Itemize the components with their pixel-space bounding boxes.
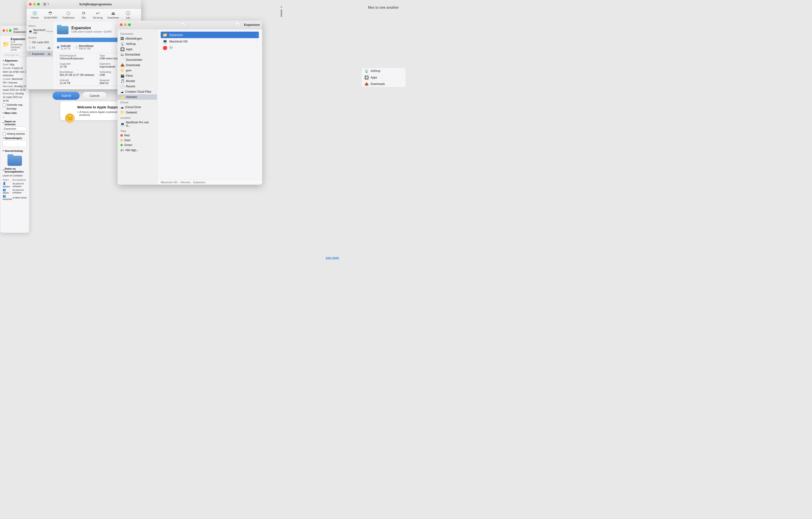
tag-item-groen[interactable]: Groen	[117, 143, 157, 147]
list-item-icon: 🔴	[163, 46, 167, 50]
weergave-button[interactable]: ⊞	[43, 2, 47, 6]
action-buttons: Submit Cancel	[53, 92, 107, 100]
breadcrumb-expansion[interactable]: Expansion	[193, 181, 206, 184]
sidebar-label: Bureaublad	[125, 53, 140, 56]
legend-free: Beschikbaar 559,97 GB	[76, 45, 94, 50]
sidebar-item-creative-cloud-files[interactable]: ☁Creative Cloud Files	[117, 89, 157, 94]
sidebar-item-volumes[interactable]: 📁Volumes	[117, 94, 157, 100]
macintosh-hd-item[interactable]: 💻 Macintosh HD volumes	[27, 28, 53, 35]
sidebar-item-bureaublad[interactable]: 🗂Bureaublad	[117, 52, 157, 57]
du-maximize-button[interactable]	[37, 3, 40, 5]
tag-item-red[interactable]: Red	[117, 133, 157, 138]
locaties-item[interactable]: 💻MacBook Pro van G...	[117, 120, 157, 128]
share-text: files to one another	[368, 5, 399, 9]
sidebar-item-icloud-drive[interactable]: ☁iCloud Drive	[117, 105, 157, 110]
info-button[interactable]: ⓘ Info	[122, 9, 134, 20]
og-lacie-item[interactable]: ⬡ OG Lacie GIO	[27, 39, 53, 45]
t7-eject-icon[interactable]: ⏏	[47, 45, 51, 50]
list-item-expansion[interactable]: 📁Expansion›	[161, 32, 259, 38]
section-naam[interactable]: ▾ Naam en extensie:	[3, 120, 27, 126]
tag-dot	[120, 144, 123, 146]
section-opmerkingen[interactable]: ▾ Opmerkingen:	[3, 137, 27, 139]
section-voorvertoning[interactable]: ▾ Voorvertoning:	[3, 149, 27, 152]
gedeelde-map-checkbox[interactable]	[3, 103, 6, 106]
finder-maximize-button[interactable]	[128, 23, 131, 26]
used-label: Gebruikt	[61, 45, 71, 47]
sidebar-label: Documenten	[126, 58, 142, 61]
opmerkingen-textarea[interactable]	[3, 140, 27, 147]
weergave-dropdown[interactable]: ▾	[48, 3, 49, 6]
sidebar-item-films[interactable]: 🎬Films	[117, 73, 157, 78]
sidebar-item-gedeeld[interactable]: 📁Gedeeld	[117, 110, 157, 115]
partitioneer-button[interactable]: ⬡ Partitioneer	[60, 10, 77, 20]
sidebar-icon: 🖼	[120, 37, 124, 40]
du-sidebar: Intern 💻 Macintosh HD volumes Extern ⬡ O…	[27, 21, 53, 89]
finder-back-button[interactable]: ‹	[180, 22, 185, 28]
volume-button[interactable]: 💿 Volume	[28, 10, 41, 20]
schijf-ehbo-button[interactable]: ⛑ Schijf-EHBO	[42, 10, 59, 20]
tag-item-geel[interactable]: Geel	[117, 138, 157, 143]
sidebar-item-afbeeldingen[interactable]: 🖼Afbeeldingen	[117, 36, 157, 41]
cancel-button[interactable]: Cancel	[82, 92, 107, 100]
topright-label: AirDrop	[371, 69, 380, 73]
chevron-down-icon-naam: ▾	[3, 122, 4, 124]
preview-icon	[3, 154, 27, 166]
topright-item-downloads[interactable]: 📥Downloads	[361, 81, 406, 87]
finder-forward-button[interactable]: ›	[235, 22, 240, 28]
algemeen-locatie: Locatie: Macintosh HD • Volumes	[3, 77, 27, 84]
tags-label: Tags	[117, 128, 157, 133]
breadcrumb-volumes[interactable]: Volumes	[180, 181, 190, 184]
sidebar-item-airdrop[interactable]: 📡AirDrop	[117, 41, 157, 47]
breadcrumb-macintosh[interactable]: Macintosh HD	[161, 181, 177, 184]
free-value: 559,97 GB	[79, 47, 94, 50]
wis-button[interactable]: ⟳ Wis	[78, 10, 90, 20]
perm-row: 👥everyone◂ Alleen lezen	[3, 194, 27, 200]
verberg-extensie-checkbox[interactable]	[3, 132, 6, 135]
chevron-down-icon-vv: ▾	[3, 150, 4, 152]
tag-label: Red	[124, 134, 129, 137]
info-icon: ⓘ	[126, 10, 130, 16]
volume-icon: 💿	[32, 10, 37, 16]
deactiveer-button[interactable]: ⏏ Deactiveer	[106, 10, 121, 20]
expansion-name: Expansion	[32, 52, 45, 55]
du-folder-icon	[57, 25, 68, 34]
sidebar-item-muziek[interactable]: 🎵Muziek	[117, 78, 157, 84]
section-meer-info[interactable]: ▾ Meer info:	[3, 111, 27, 114]
beveiligd-checkbox[interactable]	[3, 107, 6, 110]
list-item-macintosh hd[interactable]: 💻Macintosh HD›	[161, 38, 259, 45]
learn-more-text[interactable]: earn more	[326, 256, 339, 260]
du-minimize-button[interactable]	[33, 3, 36, 5]
du-toolbar: 💿 Volume ⛑ Schijf-EHBO ⬡ Partitioneer ⟳ …	[27, 9, 141, 21]
meer-info-content: --	[3, 115, 27, 119]
list-item-icon: 💻	[163, 39, 167, 44]
t7-item[interactable]: ⬡ T7 ⏏	[27, 45, 53, 51]
expansion-eject-icon[interactable]: ⏏	[47, 51, 51, 56]
close-button[interactable]	[3, 29, 5, 32]
section-algemeen[interactable]: ▾ Algemeen:	[3, 59, 27, 62]
info-titlebar: Info: Expansion	[0, 26, 29, 35]
icloud-icon: ☁	[120, 105, 124, 109]
tags-input[interactable]: Voeg tags toe...	[3, 53, 27, 57]
sidebar-item-recent[interactable]: 🕐Recent	[117, 84, 157, 89]
minimize-button[interactable]	[6, 29, 8, 32]
sidebar-item-gvm[interactable]: 📁gvm	[117, 68, 157, 73]
info-large-icon: i	[280, 4, 283, 20]
finder-minimize-button[interactable]	[124, 23, 127, 26]
sidebar-item-documenten[interactable]: 📄Documenten	[117, 57, 157, 62]
list-item-t7[interactable]: 🔴T7›	[161, 45, 259, 51]
finder-close-button[interactable]	[120, 23, 122, 26]
sidebar-item-apps[interactable]: 🔲Apps	[117, 47, 157, 52]
submit-button[interactable]: Submit	[53, 92, 80, 100]
topright-item-airdrop[interactable]: 📡AirDrop	[361, 68, 406, 74]
zet-terug-button[interactable]: ↩ Zet terug	[91, 10, 105, 20]
section-delen[interactable]: ▾ Delen en bevoegdheden:	[3, 167, 27, 173]
expansion-item[interactable]: ⬡ Expansion ⏏	[27, 51, 53, 57]
chevron-right-icon: ▾	[3, 112, 4, 114]
topright-item-apps[interactable]: 🔲Apps	[361, 74, 406, 81]
maximize-button[interactable]	[9, 29, 11, 32]
sidebar-item-downloads[interactable]: 📥Downloads	[117, 62, 157, 68]
list-item-name: Expansion	[169, 33, 183, 37]
tag-item-alle tags...[interactable]: 🏷Alle tags...	[117, 147, 157, 153]
naam-input[interactable]	[3, 127, 27, 131]
du-close-button[interactable]	[29, 3, 32, 5]
